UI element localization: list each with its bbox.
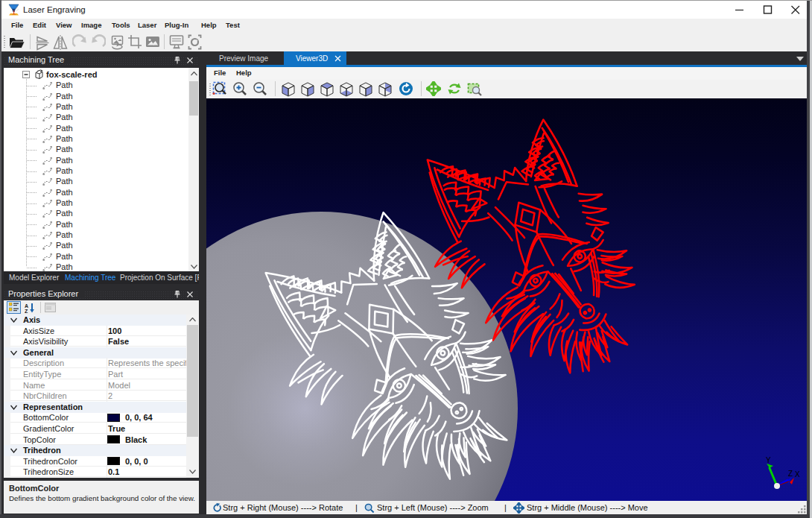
svg-text:X: X	[795, 470, 800, 478]
svg-text:Y: Y	[766, 456, 771, 464]
svg-text:Z: Z	[25, 309, 28, 313]
svg-text:A: A	[25, 303, 28, 309]
svg-text:Z: Z	[788, 470, 793, 478]
